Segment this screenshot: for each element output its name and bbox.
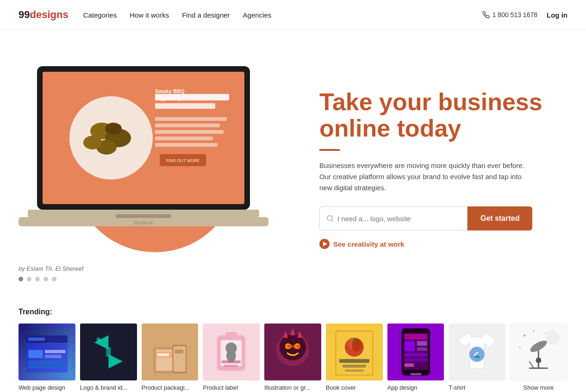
trending-caption-product-label: Product label bbox=[203, 384, 260, 391]
trending-item-packaging[interactable]: Product packagi... bbox=[142, 324, 199, 391]
svg-rect-10 bbox=[155, 117, 227, 121]
trending-thumb-tshirt: 🌊 bbox=[449, 324, 505, 380]
svg-rect-11 bbox=[155, 124, 220, 127]
svg-rect-42 bbox=[157, 353, 169, 356]
trending-caption-show-more: Show more bbox=[510, 384, 567, 391]
svg-rect-85 bbox=[404, 358, 427, 362]
svg-rect-80 bbox=[404, 334, 427, 340]
nav-how-it-works[interactable]: How it works bbox=[130, 11, 169, 19]
search-row: Get started bbox=[319, 206, 560, 230]
svg-point-92 bbox=[545, 331, 559, 345]
trending-thumb-show-more bbox=[510, 324, 567, 380]
svg-point-72 bbox=[352, 338, 361, 352]
svg-rect-84 bbox=[404, 353, 427, 356]
svg-rect-27 bbox=[28, 350, 43, 358]
svg-point-50 bbox=[226, 349, 236, 362]
trending-caption-web-design: Web page design bbox=[19, 384, 75, 391]
login-button[interactable]: Log in bbox=[547, 11, 567, 19]
svg-point-95 bbox=[545, 333, 546, 334]
svg-rect-45 bbox=[175, 349, 183, 353]
search-input[interactable] bbox=[337, 215, 461, 223]
svg-rect-81 bbox=[404, 341, 415, 352]
trending-thumb-book-cover bbox=[326, 324, 383, 380]
svg-rect-52 bbox=[224, 365, 238, 367]
hero-attribution: by Eslam Th. El Shereef bbox=[19, 265, 292, 272]
dot-3[interactable] bbox=[35, 277, 40, 281]
trending-caption-logo: Logo & brand id... bbox=[80, 384, 137, 391]
trending-item-show-more[interactable]: Show more bbox=[510, 324, 567, 391]
svg-rect-30 bbox=[28, 360, 65, 368]
nav-agencies[interactable]: Agencies bbox=[243, 11, 272, 19]
phone-number: 1 800 513 1678 bbox=[492, 11, 537, 19]
trending-item-logo-brand[interactable]: Logo & brand id... bbox=[80, 324, 137, 391]
svg-text:Veggie Burger: Veggie Burger bbox=[155, 96, 185, 101]
svg-rect-12 bbox=[155, 130, 224, 134]
svg-point-6 bbox=[83, 136, 102, 149]
svg-point-101 bbox=[536, 357, 541, 363]
svg-rect-21 bbox=[116, 214, 171, 218]
search-box bbox=[319, 206, 468, 230]
svg-rect-9 bbox=[155, 103, 215, 109]
dot-1[interactable] bbox=[19, 277, 23, 281]
laptop-svg: FIND OUT MORE Smoky BBQ Veggie Burger Ma… bbox=[19, 57, 268, 256]
carousel-dots bbox=[19, 277, 292, 281]
svg-text:Smoky BBQ: Smoky BBQ bbox=[155, 88, 185, 94]
svg-rect-53 bbox=[225, 332, 237, 336]
trending-item-app-design[interactable]: App design bbox=[387, 324, 444, 391]
main-nav: Categories How it works Find a designer … bbox=[83, 11, 272, 19]
svg-point-7 bbox=[105, 123, 122, 135]
dot-5[interactable] bbox=[52, 277, 56, 281]
svg-rect-36 bbox=[106, 347, 111, 356]
trending-thumb-product-label bbox=[203, 324, 260, 380]
hero-divider bbox=[319, 149, 340, 151]
trending-caption-book-cover: Book cover bbox=[326, 384, 383, 391]
svg-rect-73 bbox=[353, 339, 355, 342]
laptop-mockup: FIND OUT MORE Smoky BBQ Veggie Burger Ma… bbox=[19, 57, 268, 258]
see-creativity-label: See creativity at work bbox=[333, 240, 404, 248]
trending-item-illustration[interactable]: Illustration or gr... bbox=[264, 324, 321, 391]
logo[interactable]: 99designs bbox=[19, 9, 69, 21]
svg-point-96 bbox=[519, 347, 521, 348]
svg-rect-65 bbox=[293, 344, 300, 348]
hero-description: Businesses everywhere are moving more qu… bbox=[319, 160, 532, 193]
svg-rect-28 bbox=[45, 350, 65, 353]
trending-item-product-label[interactable]: Product label bbox=[203, 324, 260, 391]
header-left: 99designs Categories How it works Find a… bbox=[19, 9, 271, 21]
svg-rect-37 bbox=[97, 338, 100, 342]
hero-section: FIND OUT MORE Smoky BBQ Veggie Burger Ma… bbox=[0, 30, 586, 299]
trending-grid: Web page design Logo & brand id... bbox=[19, 324, 567, 391]
svg-rect-64 bbox=[285, 344, 292, 348]
trending-caption-tshirt: T-shirt bbox=[449, 384, 505, 391]
trending-item-book-cover[interactable]: Book cover bbox=[326, 324, 383, 391]
svg-line-24 bbox=[331, 220, 333, 221]
svg-text:FIND OUT MORE: FIND OUT MORE bbox=[166, 158, 199, 163]
trending-caption-packaging: Product packagi... bbox=[142, 384, 199, 391]
dot-2[interactable] bbox=[27, 277, 31, 281]
play-triangle bbox=[323, 242, 327, 246]
svg-point-94 bbox=[533, 330, 535, 332]
trending-thumb-illustration bbox=[264, 324, 321, 380]
trending-section: Trending: We bbox=[0, 299, 586, 392]
trending-caption-app-design: App design bbox=[387, 384, 444, 391]
svg-rect-74 bbox=[339, 359, 369, 363]
svg-rect-87 bbox=[410, 373, 422, 375]
svg-rect-51 bbox=[222, 361, 241, 363]
svg-rect-83 bbox=[417, 347, 427, 351]
search-icon bbox=[326, 215, 334, 222]
trending-thumb-logo bbox=[80, 324, 137, 380]
see-creativity-link[interactable]: See creativity at work bbox=[319, 239, 560, 249]
trending-label: Trending: bbox=[19, 308, 567, 316]
svg-rect-82 bbox=[417, 341, 427, 346]
svg-point-23 bbox=[327, 216, 332, 221]
dot-4[interactable] bbox=[44, 277, 48, 281]
trending-item-tshirt[interactable]: 🌊 T-shirt bbox=[449, 324, 505, 391]
svg-text:MacBook: MacBook bbox=[134, 220, 154, 225]
nav-categories[interactable]: Categories bbox=[83, 11, 117, 19]
svg-point-56 bbox=[280, 334, 306, 361]
get-started-button[interactable]: Get started bbox=[468, 206, 532, 230]
svg-rect-76 bbox=[345, 369, 364, 372]
svg-rect-86 bbox=[404, 363, 413, 367]
trending-thumb-web-design bbox=[19, 324, 75, 380]
trending-item-web-design[interactable]: Web page design bbox=[19, 324, 75, 391]
nav-find-designer[interactable]: Find a designer bbox=[182, 11, 230, 19]
